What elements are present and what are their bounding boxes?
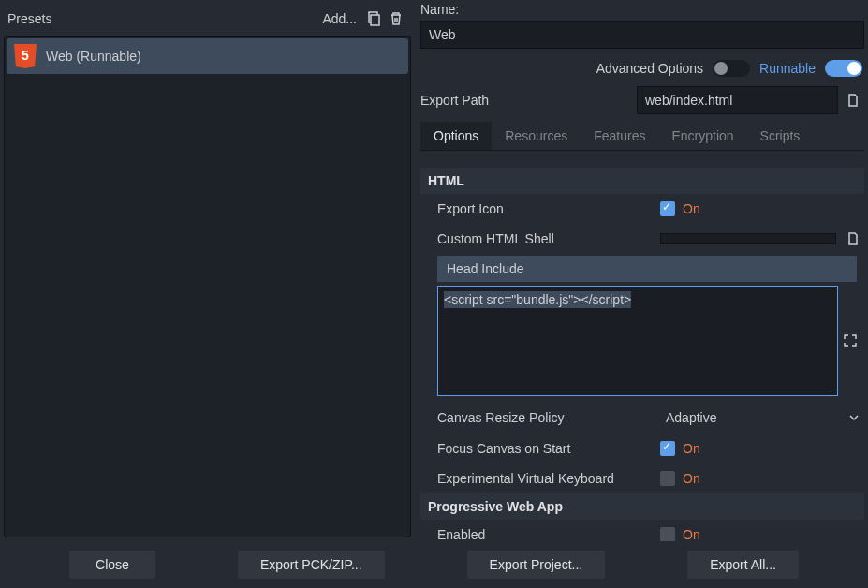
exp-vk-value: On (683, 471, 700, 486)
pwa-enabled-value: On (683, 527, 700, 541)
trash-icon[interactable] (385, 7, 407, 30)
focus-canvas-checkbox[interactable] (660, 441, 675, 456)
copy-icon[interactable] (362, 7, 385, 30)
export-icon-label: Export Icon (437, 201, 660, 216)
custom-shell-label: Custom HTML Shell (437, 231, 660, 246)
advanced-options-toggle[interactable] (713, 60, 750, 77)
tab-options[interactable]: Options (420, 122, 492, 150)
chevron-down-icon (849, 413, 859, 422)
name-input[interactable]: Web (420, 21, 864, 49)
advanced-options-label: Advanced Options (596, 61, 703, 76)
canvas-resize-select[interactable]: Adaptive (660, 405, 864, 430)
close-button[interactable]: Close (69, 551, 155, 579)
exp-vk-checkbox[interactable] (660, 471, 675, 486)
runnable-toggle[interactable] (825, 60, 862, 77)
exp-vk-label: Experimental Virtual Keyboard (437, 471, 660, 486)
runnable-label: Runnable (759, 61, 816, 76)
pwa-enabled-checkbox[interactable] (660, 527, 675, 541)
export-pck-button[interactable]: Export PCK/ZIP... (238, 551, 385, 579)
section-html: HTML (420, 168, 864, 194)
canvas-resize-label: Canvas Resize Policy (437, 410, 660, 425)
custom-shell-input[interactable] (660, 233, 836, 244)
preset-list: Web (Runnable) (4, 36, 411, 537)
svg-rect-1 (371, 15, 379, 25)
export-all-button[interactable]: Export All... (687, 551, 799, 579)
focus-canvas-value: On (683, 441, 700, 456)
head-include-textarea[interactable]: <script src="bundle.js"></script> (437, 286, 838, 396)
export-path-label: Export Path (420, 93, 489, 108)
expand-icon[interactable] (843, 333, 858, 348)
tab-resources[interactable]: Resources (492, 122, 581, 150)
pwa-enabled-label: Enabled (437, 527, 660, 541)
tab-features[interactable]: Features (581, 122, 658, 150)
tabs: Options Resources Features Encryption Sc… (420, 122, 864, 151)
tab-encryption[interactable]: Encryption (658, 122, 746, 150)
head-include-label: Head Include (437, 256, 857, 282)
section-pwa: Progressive Web App (420, 493, 864, 520)
export-icon-value: On (683, 201, 700, 216)
add-preset-button[interactable]: Add... (316, 7, 362, 30)
html5-icon (14, 44, 37, 68)
export-project-button[interactable]: Export Project... (467, 551, 606, 579)
focus-canvas-label: Focus Canvas on Start (437, 441, 660, 456)
preset-item-label: Web (Runnable) (46, 49, 141, 64)
head-include-value: <script src="bundle.js"></script> (444, 291, 631, 308)
canvas-resize-value: Adaptive (666, 410, 716, 425)
name-label: Name: (420, 0, 864, 19)
export-path-input[interactable]: web/index.html (637, 86, 838, 114)
custom-shell-browse-icon[interactable] (844, 228, 864, 249)
tab-scripts[interactable]: Scripts (747, 122, 814, 150)
browse-file-icon[interactable] (844, 90, 864, 110)
export-icon-checkbox[interactable] (660, 201, 675, 216)
presets-title: Presets (7, 11, 316, 26)
preset-item[interactable]: Web (Runnable) (7, 38, 408, 74)
